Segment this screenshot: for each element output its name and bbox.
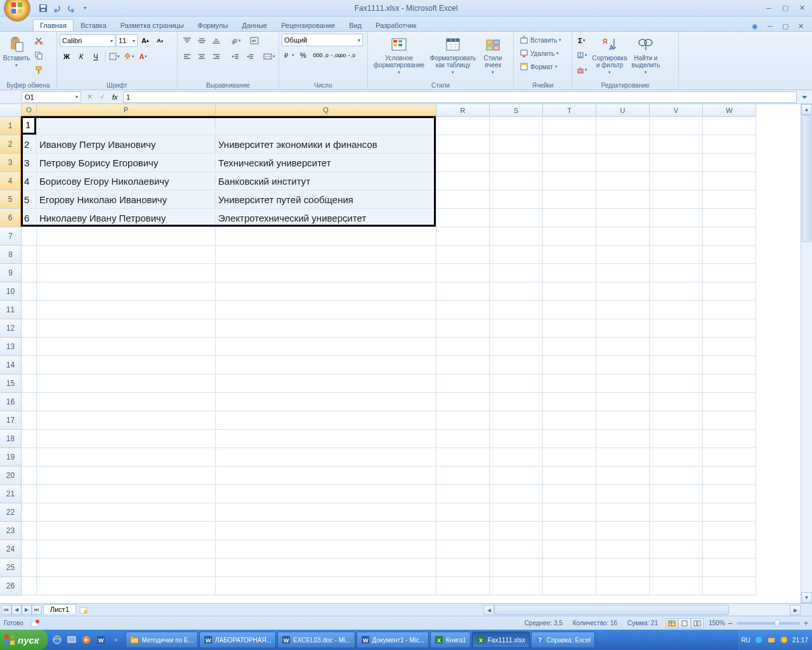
tray-icon-3[interactable] [780,635,789,644]
cell-Q6[interactable]: Электротехнический университет [216,209,436,227]
cell-O16[interactable] [22,393,37,411]
cell-V7[interactable] [650,227,703,246]
row-header-5[interactable]: 5 [0,190,22,209]
maximize-button[interactable]: ▢ [779,3,792,13]
cell-R7[interactable] [436,227,490,246]
cell-S21[interactable] [490,485,543,503]
cell-R14[interactable] [436,356,490,375]
cell-Q13[interactable] [216,338,436,356]
cell-O6[interactable]: 6 [22,209,37,227]
cell-V19[interactable] [650,448,703,467]
cell-O7[interactable] [22,227,37,246]
cell-U15[interactable] [596,375,650,393]
cell-Q3[interactable]: Технический университет [216,154,436,172]
format-cells-button[interactable]: Формат▾ [516,60,561,73]
border-button[interactable] [107,50,121,63]
find-select-button[interactable]: Найти и выделить▾ [628,34,664,77]
cell-V17[interactable] [650,411,703,430]
row-header-8[interactable]: 8 [0,246,22,264]
cell-W10[interactable] [703,282,756,301]
cell-O15[interactable] [22,375,37,393]
cell-W22[interactable] [703,503,756,522]
cell-W17[interactable] [703,411,756,430]
cell-Q18[interactable] [216,430,436,448]
font-name-dropdown[interactable]: Calibri▾ [60,34,115,47]
underline-button[interactable]: Ч [89,50,103,63]
row-header-26[interactable]: 26 [0,577,22,595]
cell-W16[interactable] [703,393,756,411]
autosum-button[interactable]: Σ [575,34,589,48]
cell-T24[interactable] [543,540,596,559]
cell-V22[interactable] [650,503,703,522]
column-header-O[interactable]: O [22,104,37,117]
cell-V11[interactable] [650,301,703,319]
cell-grid[interactable]: 12Иванову Петру ИвановичуУниверситет эко… [22,117,801,603]
cell-T21[interactable] [543,485,596,503]
media-icon[interactable] [79,632,93,647]
cell-S3[interactable] [490,154,543,172]
ribbon-tab-0[interactable]: Главная [33,19,74,31]
taskbar-item-5[interactable]: XFax1111.xlsx [472,632,530,648]
cell-O25[interactable] [22,559,37,577]
tray-icon-2[interactable] [767,635,776,644]
row-header-21[interactable]: 21 [0,485,22,503]
zoom-level[interactable]: 150% [709,620,725,627]
cell-O2[interactable]: 2 [22,135,37,154]
cell-O11[interactable] [22,301,37,319]
scroll-up[interactable]: ▲ [801,104,812,115]
language-indicator[interactable]: RU [742,637,750,644]
cell-W3[interactable] [703,154,756,172]
cell-S7[interactable] [490,227,543,246]
scroll-down[interactable]: ▼ [801,592,812,603]
cell-P24[interactable] [37,540,216,559]
ribbon-tab-3[interactable]: Формулы [191,19,235,31]
row-header-6[interactable]: 6 [0,209,22,227]
page-break-view[interactable] [691,618,704,628]
cell-U8[interactable] [596,246,650,264]
shrink-font-button[interactable]: A▾ [153,34,167,48]
cell-T6[interactable] [543,209,596,227]
cell-S8[interactable] [490,246,543,264]
cell-Q14[interactable] [216,356,436,375]
cell-P9[interactable] [37,264,216,282]
tray-icon-1[interactable] [754,635,763,644]
cancel-formula[interactable]: ✕ [84,92,95,102]
first-sheet[interactable]: ⏮ [1,605,11,615]
ribbon-tab-4[interactable]: Данные [235,19,274,31]
cell-S22[interactable] [490,503,543,522]
cell-P3[interactable]: Петрову Борису Егоровичу [37,154,216,172]
cell-V9[interactable] [650,264,703,282]
cell-S1[interactable] [490,117,543,135]
clock[interactable]: 21:17 [792,637,808,644]
scroll-left[interactable]: ◀ [483,605,494,615]
cell-V3[interactable] [650,154,703,172]
cell-R24[interactable] [436,540,490,559]
cell-V16[interactable] [650,393,703,411]
cell-R23[interactable] [436,522,490,540]
column-header-P[interactable]: P [37,104,216,117]
cell-U12[interactable] [596,319,650,338]
cell-U1[interactable] [596,117,650,135]
cell-S6[interactable] [490,209,543,227]
row-header-2[interactable]: 2 [0,135,22,154]
last-sheet[interactable]: ⏭ [32,605,42,615]
cell-R3[interactable] [436,154,490,172]
cell-W4[interactable] [703,172,756,190]
cell-U13[interactable] [596,338,650,356]
cell-O17[interactable] [22,411,37,430]
cell-W20[interactable] [703,467,756,485]
cell-U3[interactable] [596,154,650,172]
cell-R20[interactable] [436,467,490,485]
vertical-scrollbar[interactable]: ▲ ▼ [801,104,812,603]
row-header-13[interactable]: 13 [0,338,22,356]
scroll-right[interactable]: ▶ [790,605,801,615]
cell-O4[interactable]: 4 [22,172,37,190]
row-header-9[interactable]: 9 [0,264,22,282]
italic-button[interactable]: К [74,50,88,63]
cell-W25[interactable] [703,559,756,577]
column-header-W[interactable]: W [703,104,756,117]
cell-S11[interactable] [490,301,543,319]
cell-T9[interactable] [543,264,596,282]
cell-V20[interactable] [650,467,703,485]
doc-close[interactable]: ✕ [794,21,807,31]
